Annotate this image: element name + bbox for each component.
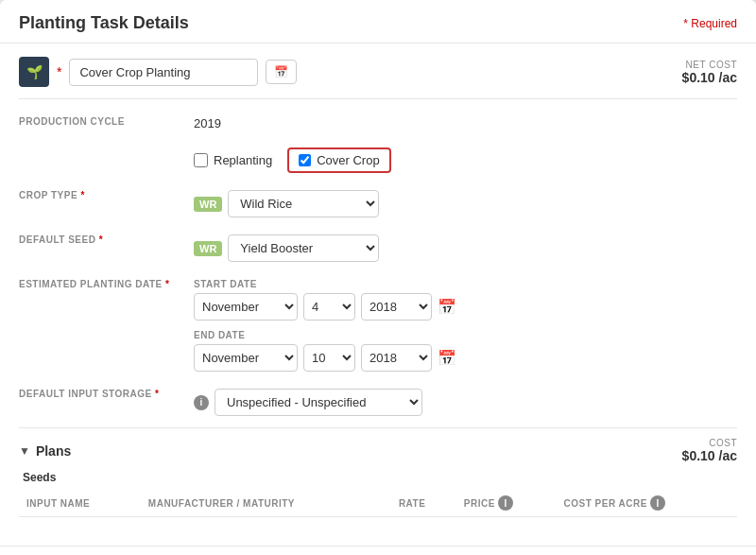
start-month-select[interactable]: November JanuaryFebruaryMarch AprilMayJu… xyxy=(194,293,298,321)
checkboxes-group: Replanting Cover Crop xyxy=(194,142,737,173)
cover-crop-label: Cover Crop xyxy=(317,153,379,167)
task-name-row: 🌱 * 📅 NET COST $0.10 /ac xyxy=(19,57,737,99)
plans-section: ▼ Plans COST $0.10 /ac Seeds INPUT NAME … xyxy=(19,427,737,532)
date-section: START DATE November JanuaryFebruaryMarch… xyxy=(194,279,737,372)
required-label: * Required xyxy=(683,17,737,30)
net-cost-label: NET COST xyxy=(682,60,737,70)
col-input-name: INPUT NAME xyxy=(19,490,141,517)
task-calendar-button[interactable]: 📅 xyxy=(266,60,297,84)
crop-type-label: CROP TYPE * xyxy=(19,184,194,200)
cover-crop-box: Cover Crop xyxy=(287,147,390,173)
end-date-inputs: November JanuaryFebruaryMarch AprilMayJu… xyxy=(194,344,737,372)
end-date-label: END DATE xyxy=(194,330,737,340)
plans-cost-label: COST xyxy=(682,438,737,448)
end-date-group: END DATE November JanuaryFebruaryMarch A… xyxy=(194,330,737,372)
checkboxes-label xyxy=(19,142,194,147)
default-seed-label: DEFAULT SEED * xyxy=(19,229,194,245)
start-calendar-icon[interactable]: 📅 xyxy=(438,298,456,316)
start-date-label: START DATE xyxy=(194,279,737,289)
modal-body: 🌱 * 📅 NET COST $0.10 /ac PRODUCTION CYCL… xyxy=(0,43,756,546)
production-cycle-value: 2019 xyxy=(194,111,737,130)
checkbox-group: Replanting Cover Crop xyxy=(194,147,737,173)
plans-title: Plans xyxy=(36,443,71,459)
start-day-select[interactable]: 4123 5678 910 xyxy=(303,293,355,321)
start-date-group: START DATE November JanuaryFebruaryMarch… xyxy=(194,279,737,321)
modal-header: Planting Task Details * Required xyxy=(0,0,756,43)
start-date-inputs: November JanuaryFebruaryMarch AprilMayJu… xyxy=(194,293,737,321)
storage-field: i Unspecified - Unspecified xyxy=(194,383,737,416)
default-seed-row: DEFAULT SEED * WR Yield Booster Standard… xyxy=(19,229,737,262)
net-cost-display: NET COST $0.10 /ac xyxy=(682,60,737,85)
price-info-icon[interactable]: i xyxy=(498,495,513,511)
default-seed-field: WR Yield Booster Standard Mix xyxy=(194,229,737,262)
crop-type-select[interactable]: Wild Rice Corn Soybeans xyxy=(228,190,379,217)
col-price: PRICE i xyxy=(456,490,557,517)
plans-cost-value: $0.10 /ac xyxy=(682,448,737,463)
default-seed-select[interactable]: Yield Booster Standard Mix xyxy=(228,234,379,262)
planting-date-label: ESTIMATED PLANTING DATE * xyxy=(19,273,194,289)
planting-task-modal: Planting Task Details * Required 🌱 * 📅 N… xyxy=(0,0,756,555)
replanting-checkbox-item: Replanting xyxy=(194,153,272,167)
plans-cost-display: COST $0.10 /ac xyxy=(682,438,737,463)
checkboxes-row: Replanting Cover Crop xyxy=(19,142,737,173)
col-cost-per-acre: COST PER ACRE i xyxy=(557,490,737,517)
end-year-select[interactable]: 20182016201720192020 xyxy=(361,344,432,372)
end-day-select[interactable]: 10123 4567 891112 xyxy=(303,344,355,372)
crop-type-field: WR Wild Rice Corn Soybeans xyxy=(194,184,737,217)
cover-crop-checkbox[interactable] xyxy=(299,154,311,166)
production-cycle-label: PRODUCTION CYCLE xyxy=(19,111,194,127)
end-month-select[interactable]: November JanuaryFebruaryMarch AprilMayJu… xyxy=(194,344,298,372)
plans-title-row: ▼ Plans xyxy=(19,443,71,459)
planting-date-row: ESTIMATED PLANTING DATE * START DATE Nov… xyxy=(19,273,737,372)
production-cycle-row: PRODUCTION CYCLE 2019 xyxy=(19,111,737,130)
plans-chevron-icon[interactable]: ▼ xyxy=(19,444,30,458)
replanting-checkbox[interactable] xyxy=(194,153,208,167)
storage-select[interactable]: Unspecified - Unspecified xyxy=(215,389,422,416)
plans-header: ▼ Plans COST $0.10 /ac xyxy=(19,438,737,463)
plans-table: INPUT NAME MANUFACTURER / MATURITY RATE … xyxy=(19,490,737,532)
start-year-select[interactable]: 20182016201720192020 xyxy=(361,293,432,321)
col-manufacturer: MANUFACTURER / MATURITY xyxy=(141,490,391,517)
default-seed-badge: WR xyxy=(194,241,222,256)
task-name-input[interactable] xyxy=(69,59,258,86)
replanting-label: Replanting xyxy=(214,153,272,167)
task-name-left: 🌱 * 📅 xyxy=(19,57,297,87)
modal-footer: ✖ Delete Cancel Save xyxy=(0,546,756,555)
crop-type-row: CROP TYPE * WR Wild Rice Corn Soybeans xyxy=(19,184,737,217)
end-calendar-icon[interactable]: 📅 xyxy=(438,349,456,367)
col-rate: RATE xyxy=(391,490,456,517)
storage-row: DEFAULT INPUT STORAGE * i Unspecified - … xyxy=(19,383,737,416)
seeds-label: Seeds xyxy=(19,471,737,484)
modal-title: Planting Task Details xyxy=(19,13,189,33)
storage-label: DEFAULT INPUT STORAGE * xyxy=(19,383,194,399)
empty-plans-row xyxy=(19,517,737,533)
planting-date-fields: START DATE November JanuaryFebruaryMarch… xyxy=(194,273,737,372)
storage-info-icon[interactable]: i xyxy=(194,395,209,410)
cost-per-acre-info-icon[interactable]: i xyxy=(650,495,665,511)
required-star-task: * xyxy=(57,64,61,79)
crop-type-badge: WR xyxy=(194,197,222,212)
net-cost-value: $0.10 /ac xyxy=(682,70,737,85)
task-icon: 🌱 xyxy=(19,57,49,87)
